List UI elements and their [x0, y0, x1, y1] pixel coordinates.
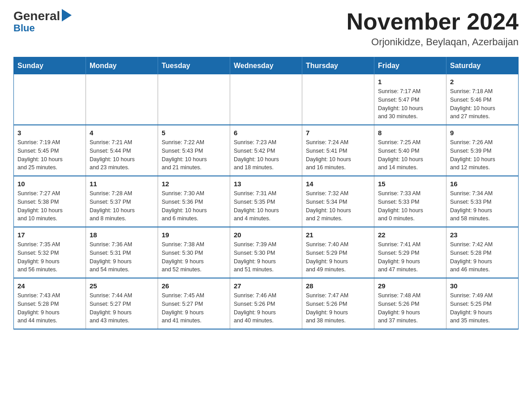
weekday-header-thursday: Thursday	[302, 57, 374, 75]
day-info: Sunrise: 7:28 AM Sunset: 5:37 PM Dayligh…	[90, 189, 154, 223]
calendar-cell	[86, 74, 158, 125]
day-info: Sunrise: 7:27 AM Sunset: 5:38 PM Dayligh…	[17, 189, 82, 223]
day-info: Sunrise: 7:19 AM Sunset: 5:45 PM Dayligh…	[17, 138, 82, 172]
calendar-week-row: 24Sunrise: 7:43 AM Sunset: 5:28 PM Dayli…	[14, 278, 519, 329]
day-info: Sunrise: 7:36 AM Sunset: 5:31 PM Dayligh…	[90, 240, 154, 274]
calendar-cell: 8Sunrise: 7:25 AM Sunset: 5:40 PM Daylig…	[374, 125, 446, 176]
day-number: 10	[17, 180, 82, 188]
calendar-cell: 9Sunrise: 7:26 AM Sunset: 5:39 PM Daylig…	[446, 125, 519, 176]
day-number: 27	[234, 282, 298, 290]
day-number: 13	[234, 180, 298, 188]
calendar-cell: 3Sunrise: 7:19 AM Sunset: 5:45 PM Daylig…	[14, 125, 86, 176]
calendar-cell: 19Sunrise: 7:38 AM Sunset: 5:30 PM Dayli…	[158, 227, 230, 278]
title-area: November 2024 Orjonikidze, Beylaqan, Aze…	[347, 9, 519, 48]
location-text: Orjonikidze, Beylaqan, Azerbaijan	[347, 36, 519, 48]
calendar-cell	[302, 74, 374, 125]
weekday-header-monday: Monday	[86, 57, 158, 75]
weekday-header-row: SundayMondayTuesdayWednesdayThursdayFrid…	[14, 57, 519, 75]
logo: General Blue	[13, 9, 72, 33]
calendar-cell: 16Sunrise: 7:34 AM Sunset: 5:33 PM Dayli…	[446, 176, 519, 227]
day-info: Sunrise: 7:42 AM Sunset: 5:28 PM Dayligh…	[450, 240, 515, 274]
month-title: November 2024	[347, 9, 519, 34]
calendar-week-row: 17Sunrise: 7:35 AM Sunset: 5:32 PM Dayli…	[14, 227, 519, 278]
day-number: 28	[306, 282, 370, 290]
calendar-header: SundayMondayTuesdayWednesdayThursdayFrid…	[14, 57, 519, 75]
day-number: 1	[378, 78, 442, 86]
day-info: Sunrise: 7:46 AM Sunset: 5:26 PM Dayligh…	[234, 291, 298, 325]
logo-blue-text: Blue	[13, 23, 35, 33]
day-info: Sunrise: 7:40 AM Sunset: 5:29 PM Dayligh…	[306, 240, 370, 274]
day-number: 26	[162, 282, 226, 290]
day-number: 3	[17, 129, 82, 137]
day-number: 7	[306, 129, 370, 137]
calendar-cell: 22Sunrise: 7:41 AM Sunset: 5:29 PM Dayli…	[374, 227, 446, 278]
day-info: Sunrise: 7:17 AM Sunset: 5:47 PM Dayligh…	[378, 87, 442, 121]
day-info: Sunrise: 7:31 AM Sunset: 5:35 PM Dayligh…	[234, 189, 298, 223]
calendar-cell: 1Sunrise: 7:17 AM Sunset: 5:47 PM Daylig…	[374, 74, 446, 125]
calendar-cell: 2Sunrise: 7:18 AM Sunset: 5:46 PM Daylig…	[446, 74, 519, 125]
day-number: 16	[450, 180, 515, 188]
calendar-cell	[14, 74, 86, 125]
weekday-header-tuesday: Tuesday	[158, 57, 230, 75]
day-number: 22	[378, 231, 442, 239]
calendar-cell: 20Sunrise: 7:39 AM Sunset: 5:30 PM Dayli…	[230, 227, 302, 278]
day-number: 17	[17, 231, 82, 239]
calendar-cell: 7Sunrise: 7:24 AM Sunset: 5:41 PM Daylig…	[302, 125, 374, 176]
day-number: 23	[450, 231, 515, 239]
day-info: Sunrise: 7:49 AM Sunset: 5:25 PM Dayligh…	[450, 291, 515, 325]
day-info: Sunrise: 7:39 AM Sunset: 5:30 PM Dayligh…	[234, 240, 298, 274]
calendar-cell: 6Sunrise: 7:23 AM Sunset: 5:42 PM Daylig…	[230, 125, 302, 176]
day-number: 2	[450, 78, 515, 86]
calendar-week-row: 10Sunrise: 7:27 AM Sunset: 5:38 PM Dayli…	[14, 176, 519, 227]
day-number: 30	[450, 282, 515, 290]
day-info: Sunrise: 7:21 AM Sunset: 5:44 PM Dayligh…	[90, 138, 154, 172]
day-info: Sunrise: 7:24 AM Sunset: 5:41 PM Dayligh…	[306, 138, 370, 172]
day-info: Sunrise: 7:18 AM Sunset: 5:46 PM Dayligh…	[450, 87, 515, 121]
weekday-header-friday: Friday	[374, 57, 446, 75]
calendar-cell: 26Sunrise: 7:45 AM Sunset: 5:27 PM Dayli…	[158, 278, 230, 329]
day-info: Sunrise: 7:33 AM Sunset: 5:33 PM Dayligh…	[378, 189, 442, 223]
day-number: 5	[162, 129, 226, 137]
calendar-cell: 11Sunrise: 7:28 AM Sunset: 5:37 PM Dayli…	[86, 176, 158, 227]
calendar-cell: 15Sunrise: 7:33 AM Sunset: 5:33 PM Dayli…	[374, 176, 446, 227]
day-info: Sunrise: 7:43 AM Sunset: 5:28 PM Dayligh…	[17, 291, 82, 325]
day-number: 24	[17, 282, 82, 290]
day-info: Sunrise: 7:22 AM Sunset: 5:43 PM Dayligh…	[162, 138, 226, 172]
page-header: General Blue November 2024 Orjonikidze, …	[13, 9, 519, 48]
day-info: Sunrise: 7:35 AM Sunset: 5:32 PM Dayligh…	[17, 240, 82, 274]
calendar-cell: 18Sunrise: 7:36 AM Sunset: 5:31 PM Dayli…	[86, 227, 158, 278]
day-info: Sunrise: 7:25 AM Sunset: 5:40 PM Dayligh…	[378, 138, 442, 172]
calendar-cell: 30Sunrise: 7:49 AM Sunset: 5:25 PM Dayli…	[446, 278, 519, 329]
day-number: 18	[90, 231, 154, 239]
day-number: 19	[162, 231, 226, 239]
calendar-cell: 4Sunrise: 7:21 AM Sunset: 5:44 PM Daylig…	[86, 125, 158, 176]
calendar-week-row: 3Sunrise: 7:19 AM Sunset: 5:45 PM Daylig…	[14, 125, 519, 176]
logo-arrow-icon	[62, 9, 72, 21]
day-number: 8	[378, 129, 442, 137]
calendar-cell: 17Sunrise: 7:35 AM Sunset: 5:32 PM Dayli…	[14, 227, 86, 278]
day-info: Sunrise: 7:38 AM Sunset: 5:30 PM Dayligh…	[162, 240, 226, 274]
day-number: 20	[234, 231, 298, 239]
calendar-week-row: 1Sunrise: 7:17 AM Sunset: 5:47 PM Daylig…	[14, 74, 519, 125]
day-info: Sunrise: 7:34 AM Sunset: 5:33 PM Dayligh…	[450, 189, 515, 223]
calendar-cell: 10Sunrise: 7:27 AM Sunset: 5:38 PM Dayli…	[14, 176, 86, 227]
day-info: Sunrise: 7:26 AM Sunset: 5:39 PM Dayligh…	[450, 138, 515, 172]
calendar-body: 1Sunrise: 7:17 AM Sunset: 5:47 PM Daylig…	[14, 74, 519, 329]
calendar-cell	[230, 74, 302, 125]
calendar-table: SundayMondayTuesdayWednesdayThursdayFrid…	[13, 57, 519, 330]
calendar-cell	[158, 74, 230, 125]
calendar-cell: 29Sunrise: 7:48 AM Sunset: 5:26 PM Dayli…	[374, 278, 446, 329]
weekday-header-wednesday: Wednesday	[230, 57, 302, 75]
day-number: 11	[90, 180, 154, 188]
day-number: 21	[306, 231, 370, 239]
calendar-cell: 23Sunrise: 7:42 AM Sunset: 5:28 PM Dayli…	[446, 227, 519, 278]
calendar-cell: 27Sunrise: 7:46 AM Sunset: 5:26 PM Dayli…	[230, 278, 302, 329]
day-number: 14	[306, 180, 370, 188]
calendar-cell: 28Sunrise: 7:47 AM Sunset: 5:26 PM Dayli…	[302, 278, 374, 329]
calendar-cell: 24Sunrise: 7:43 AM Sunset: 5:28 PM Dayli…	[14, 278, 86, 329]
day-number: 25	[90, 282, 154, 290]
day-number: 6	[234, 129, 298, 137]
svg-marker-0	[62, 9, 72, 21]
day-number: 9	[450, 129, 515, 137]
calendar-cell: 21Sunrise: 7:40 AM Sunset: 5:29 PM Dayli…	[302, 227, 374, 278]
